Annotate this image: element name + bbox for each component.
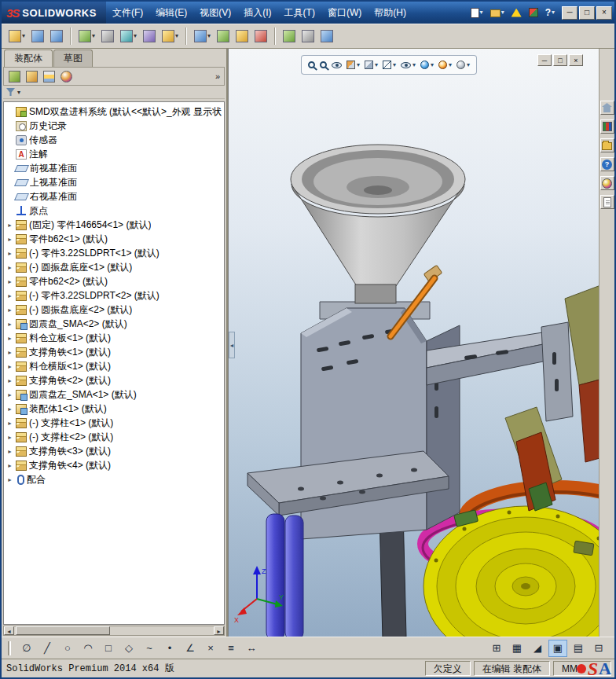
sketch-picture-button[interactable]: ▣ xyxy=(548,640,567,657)
expand-arrow[interactable]: ► xyxy=(6,279,13,284)
rapid-sketch-button[interactable]: ▤ xyxy=(569,640,588,657)
tree-item-component[interactable]: ►(-) 支撑柱<1> (默认) xyxy=(6,416,224,430)
expand-arrow[interactable]: ► xyxy=(6,449,13,454)
close-button[interactable]: × xyxy=(596,6,612,20)
point-button[interactable]: • xyxy=(160,640,179,657)
minimize-button[interactable]: ─ xyxy=(562,6,578,20)
tree-item-component[interactable]: ►(-) 零件3.22SLDPRT<1> (默认) xyxy=(6,246,224,260)
expand-arrow[interactable]: ► xyxy=(6,321,13,327)
insert-components-button[interactable]: ▾ xyxy=(6,27,28,46)
spline-button[interactable]: ~ xyxy=(140,640,159,657)
panel-splitter-handle[interactable]: ◄ xyxy=(229,332,235,358)
scroll-right-arrow[interactable]: ► xyxy=(214,626,224,635)
tree-item-component[interactable]: ►零件b62<2> (默认) xyxy=(6,274,224,288)
solidworks-resources-tab[interactable] xyxy=(600,101,614,115)
circle-button[interactable]: ○ xyxy=(58,640,77,657)
linear-component-pattern-button[interactable]: ▾ xyxy=(76,27,97,46)
tree-item-component[interactable]: ►(-) 零件3.22SLDPRT<2> (默认) xyxy=(6,288,224,303)
appearances-scenes-tab[interactable] xyxy=(600,176,614,190)
tree-item-history[interactable]: 历史记录 xyxy=(6,119,224,133)
open-document-button[interactable]: ▾ xyxy=(488,6,507,20)
zoom-to-area-button[interactable] xyxy=(319,57,328,73)
menu-view[interactable]: 视图(V) xyxy=(193,4,237,22)
reference-geometry-button[interactable]: ▾ xyxy=(192,27,213,46)
instant3d-button[interactable] xyxy=(299,27,317,46)
view-palette-tab[interactable] xyxy=(600,157,614,171)
displaymanager-tab[interactable] xyxy=(60,70,73,83)
smart-fasteners-button[interactable] xyxy=(99,27,116,46)
expand-arrow[interactable]: ► xyxy=(6,293,13,299)
smart-dimension-button[interactable]: ∅ xyxy=(17,640,36,657)
tree-item-component[interactable]: ►(-) 支撑柱<2> (默认) xyxy=(6,430,224,444)
snap-button[interactable]: ▦ xyxy=(508,640,526,657)
tree-item-component[interactable]: ►圆震盘左_SMA<1> (默认) xyxy=(6,387,224,402)
menu-help[interactable]: 帮助(H) xyxy=(368,4,412,22)
arc-button[interactable]: ◠ xyxy=(79,640,97,657)
help-button[interactable]: ?▾ xyxy=(543,5,557,20)
toolbar-grip[interactable] xyxy=(8,641,11,655)
large-assembly-mode-button[interactable] xyxy=(318,27,336,46)
exploded-view-button[interactable] xyxy=(252,27,270,46)
line-button[interactable]: ╱ xyxy=(38,640,57,657)
section-view-button[interactable]: ▾ xyxy=(346,57,361,73)
polygon-button[interactable]: ◇ xyxy=(119,640,138,657)
tree-item-right-plane[interactable]: 右视基准面 xyxy=(6,189,224,204)
restore-button[interactable]: □ xyxy=(579,6,595,20)
menu-window[interactable]: 窗口(W) xyxy=(321,4,368,22)
menu-edit[interactable]: 编辑(E) xyxy=(149,4,193,22)
funnel-hopper[interactable] xyxy=(291,145,465,303)
tree-item-front-plane[interactable]: 前视基准面 xyxy=(6,161,224,175)
tree-item-component[interactable]: ►支撑角铁<1> (默认) xyxy=(6,345,224,359)
doc-close-button[interactable]: × xyxy=(569,54,583,66)
expand-arrow[interactable]: ► xyxy=(6,265,13,270)
new-motion-study-button[interactable] xyxy=(214,27,232,46)
expand-arrow[interactable]: ► xyxy=(6,477,13,483)
tree-item-component[interactable]: ►料仓横版<1> (默认) xyxy=(6,359,224,373)
tree-item-component[interactable]: ►装配体1<1> (默认) xyxy=(6,402,224,416)
tree-horizontal-scrollbar[interactable]: ◄ ► xyxy=(3,626,225,636)
zoom-to-fit-button[interactable] xyxy=(307,57,316,73)
interference-detection-button[interactable] xyxy=(280,27,298,46)
expand-arrow[interactable]: ► xyxy=(6,222,13,228)
expand-arrow[interactable]: ► xyxy=(6,307,13,313)
graphics-area[interactable]: Z X Y ▾ ▾ ▾ ▾ ▾ ▾ ▾ ─ □ × ◄ xyxy=(228,49,602,637)
expand-arrow[interactable]: ► xyxy=(6,364,13,369)
view-orientation-button[interactable]: ▾ xyxy=(364,57,379,73)
expand-arrow[interactable]: ► xyxy=(6,406,13,412)
expand-arrow[interactable]: ► xyxy=(6,237,13,242)
hide-show-items-button[interactable]: ▾ xyxy=(400,57,416,73)
tree-item-sensors[interactable]: 传感器 xyxy=(6,133,224,147)
expand-arrow[interactable]: ► xyxy=(6,435,13,440)
doc-minimize-button[interactable]: ─ xyxy=(537,54,552,66)
show-hidden-components-button[interactable] xyxy=(141,27,158,46)
solidworks-resources-button[interactable] xyxy=(509,6,524,20)
previous-view-button[interactable] xyxy=(331,57,343,73)
tab-sketch[interactable]: 草图 xyxy=(53,50,93,67)
solidworks-rx-button[interactable] xyxy=(526,6,541,20)
tree-item-component[interactable]: ►(固定) 零件146654<1> (默认) xyxy=(6,218,224,232)
design-library-tab[interactable] xyxy=(600,119,614,134)
expand-arrow[interactable]: ► xyxy=(6,251,13,256)
scroll-left-arrow[interactable]: ◄ xyxy=(4,626,14,635)
mirror-entities-button[interactable]: ↔ xyxy=(242,640,261,657)
shaded-sketch-contours-button[interactable]: ◢ xyxy=(528,640,547,657)
configurationmanager-tab[interactable] xyxy=(42,70,56,83)
offset-entities-button[interactable]: ≡ xyxy=(222,640,240,657)
table-button[interactable]: ⊟ xyxy=(589,640,608,657)
angle-button[interactable]: ∠ xyxy=(181,640,200,657)
tree-item-origin[interactable]: 原点 xyxy=(6,204,224,218)
rectangle-button[interactable]: □ xyxy=(99,640,118,657)
menu-tools[interactable]: 工具(T) xyxy=(278,4,321,22)
tree-item-component[interactable]: ►料仓立板<1> (默认) xyxy=(6,331,224,345)
scrollbar-thumb[interactable] xyxy=(16,626,110,635)
doc-restore-button[interactable]: □ xyxy=(553,54,567,66)
tree-item-top-plane[interactable]: 上视基准面 xyxy=(6,175,224,189)
file-explorer-tab[interactable] xyxy=(600,138,614,152)
edit-appearance-button[interactable]: ▾ xyxy=(420,57,434,73)
move-component-button[interactable]: ▾ xyxy=(118,27,139,46)
featuremanager-tree-tab[interactable] xyxy=(8,70,21,83)
grid-button[interactable]: ⊞ xyxy=(487,640,506,657)
panel-overflow-chevron[interactable]: » xyxy=(215,72,220,81)
tree-item-annotations[interactable]: 注解 xyxy=(6,147,224,161)
filter-funnel-icon[interactable] xyxy=(6,88,15,96)
